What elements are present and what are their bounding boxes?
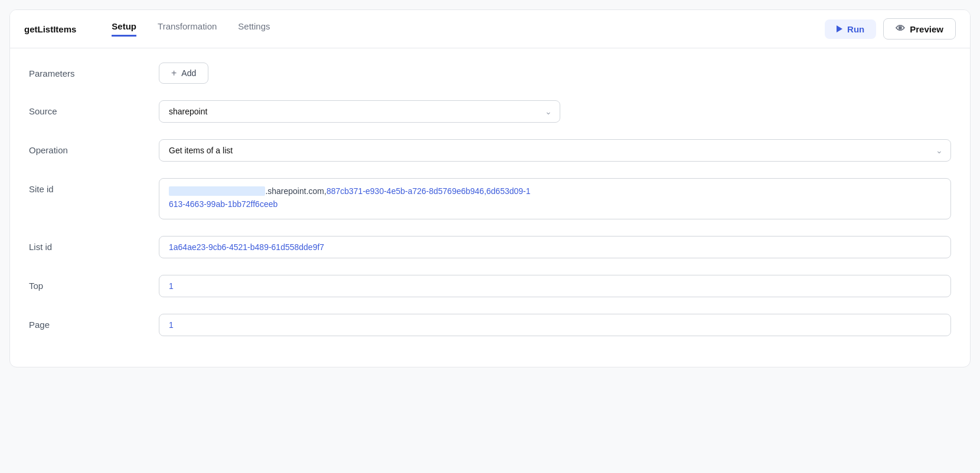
run-button[interactable]: Run (825, 19, 876, 39)
source-control: sharepoint ⌄ (159, 100, 951, 123)
header-actions: Run 👁 Preview (825, 18, 956, 40)
tab-settings[interactable]: Settings (238, 21, 270, 37)
list-id-field[interactable]: 1a64ae23-9cb6-4521-b489-61d558dde9f7 (159, 236, 951, 258)
site-id-row: Site id .sharepoint.com,887cb371-e930-4e… (29, 178, 951, 219)
plus-icon: + (171, 68, 177, 78)
add-button[interactable]: + Add (159, 63, 208, 84)
page-control: 1 (159, 314, 951, 336)
page-field[interactable]: 1 (159, 314, 951, 336)
tabs: Setup Transformation Settings (112, 21, 825, 37)
operation-control: Get items of a list ⌄ (159, 139, 951, 162)
list-id-label: List id (29, 236, 159, 252)
operation-select-wrapper: Get items of a list ⌄ (159, 139, 951, 162)
top-field[interactable]: 1 (159, 275, 951, 297)
operation-row: Operation Get items of a list ⌄ (29, 139, 951, 162)
source-select[interactable]: sharepoint (159, 100, 560, 123)
source-row: Source sharepoint ⌄ (29, 100, 951, 123)
site-id-field[interactable]: .sharepoint.com,887cb371-e930-4e5b-a726-… (159, 178, 951, 219)
play-icon (837, 25, 842, 32)
parameters-row: Parameters + Add (29, 63, 951, 84)
header: getListItems Setup Transformation Settin… (10, 10, 970, 48)
top-control: 1 (159, 275, 951, 297)
eye-icon: 👁 (896, 24, 905, 34)
site-id-domain-text: .sharepoint.com, (265, 186, 326, 196)
top-row: Top 1 (29, 275, 951, 297)
app-title: getListItems (24, 24, 76, 34)
tab-setup[interactable]: Setup (112, 21, 136, 37)
main-container: getListItems Setup Transformation Settin… (9, 9, 971, 367)
top-label: Top (29, 275, 159, 291)
parameters-label: Parameters (29, 63, 159, 78)
source-label: Source (29, 100, 159, 116)
tab-transformation[interactable]: Transformation (158, 21, 217, 37)
page-label: Page (29, 314, 159, 330)
site-id-control: .sharepoint.com,887cb371-e930-4e5b-a726-… (159, 178, 951, 219)
preview-button[interactable]: 👁 Preview (883, 18, 956, 40)
source-select-wrapper: sharepoint ⌄ (159, 100, 560, 123)
site-id-highlighted-text (169, 186, 265, 196)
parameters-control: + Add (159, 63, 951, 84)
operation-select[interactable]: Get items of a list (159, 139, 951, 162)
list-id-row: List id 1a64ae23-9cb6-4521-b489-61d558dd… (29, 236, 951, 258)
site-id-label: Site id (29, 178, 159, 194)
content: Parameters + Add Source sharepoint ⌄ (10, 48, 970, 367)
page-row: Page 1 (29, 314, 951, 336)
list-id-control: 1a64ae23-9cb6-4521-b489-61d558dde9f7 (159, 236, 951, 258)
operation-label: Operation (29, 139, 159, 155)
